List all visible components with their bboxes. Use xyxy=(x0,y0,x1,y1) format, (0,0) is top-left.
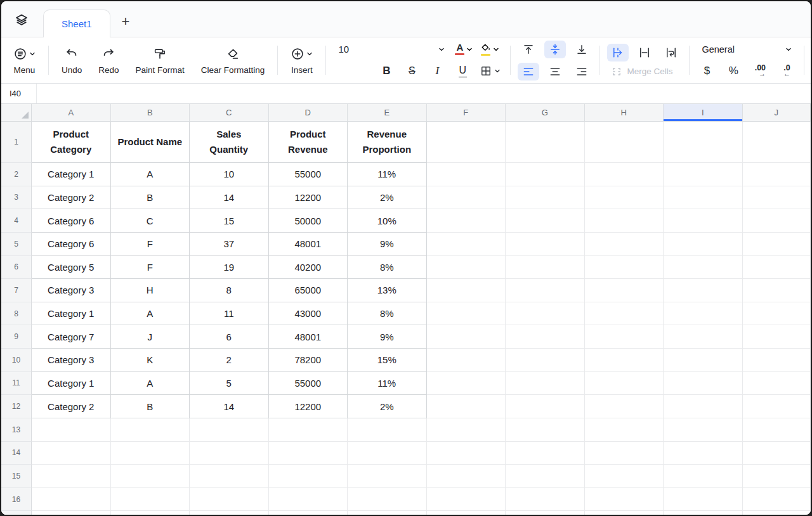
borders-button[interactable] xyxy=(477,62,503,80)
number-format-dropdown[interactable]: General xyxy=(697,41,797,58)
clear-formatting-button[interactable]: Clear Formatting xyxy=(193,40,273,81)
cell-G10[interactable] xyxy=(506,349,585,372)
currency-format-button[interactable]: $ xyxy=(698,62,716,80)
column-header-J[interactable]: J xyxy=(743,104,811,122)
cell-H5[interactable] xyxy=(585,233,664,256)
row-header-4[interactable]: 4 xyxy=(1,209,32,233)
cell-B15[interactable] xyxy=(111,465,190,488)
cell-J5[interactable] xyxy=(743,233,811,256)
underline-button[interactable]: U xyxy=(452,62,473,80)
align-left-button[interactable] xyxy=(518,63,539,81)
italic-button[interactable]: I xyxy=(426,62,448,80)
cell-C3[interactable]: 14 xyxy=(190,186,269,210)
cell-H1[interactable] xyxy=(585,122,664,163)
row-header-8[interactable]: 8 xyxy=(1,302,32,326)
cell-C7[interactable]: 8 xyxy=(190,279,269,302)
cell-E11[interactable]: 11% xyxy=(348,372,427,396)
cell-D15[interactable] xyxy=(269,465,348,488)
cell-G12[interactable] xyxy=(506,395,585,418)
cell-F14[interactable] xyxy=(427,442,506,465)
cell-F10[interactable] xyxy=(427,349,506,372)
cell-C2[interactable]: 10 xyxy=(190,163,269,186)
cell-F3[interactable] xyxy=(427,186,506,210)
column-header-A[interactable]: A xyxy=(32,104,111,122)
cell-D9[interactable]: 48001 xyxy=(269,325,348,349)
undo-button[interactable]: Undo xyxy=(53,40,90,81)
cell-E3[interactable]: 2% xyxy=(348,186,427,210)
cell-J7[interactable] xyxy=(743,279,811,302)
cell-E15[interactable] xyxy=(348,465,427,488)
cell-A17[interactable] xyxy=(32,511,111,515)
row-header-17[interactable]: 17 xyxy=(1,511,32,515)
cell-H17[interactable] xyxy=(585,511,664,515)
cell-I2[interactable] xyxy=(664,163,743,186)
cell-F2[interactable] xyxy=(427,163,506,186)
cell-J13[interactable] xyxy=(743,418,811,442)
cell-J17[interactable] xyxy=(743,511,811,515)
cell-C13[interactable] xyxy=(190,418,269,442)
cell-A6[interactable]: Category 5 xyxy=(32,256,111,280)
cell-J2[interactable] xyxy=(743,163,811,186)
cell-I7[interactable] xyxy=(664,279,743,302)
row-header-6[interactable]: 6 xyxy=(1,256,32,280)
column-header-F[interactable]: F xyxy=(427,104,506,122)
cell-E17[interactable] xyxy=(348,511,427,515)
cell-H10[interactable] xyxy=(585,349,664,372)
row-header-2[interactable]: 2 xyxy=(1,163,32,186)
cell-G17[interactable] xyxy=(506,511,585,515)
cell-A15[interactable] xyxy=(32,465,111,488)
cell-B7[interactable]: H xyxy=(111,279,190,302)
cell-A4[interactable]: Category 6 xyxy=(32,209,111,233)
cell-F13[interactable] xyxy=(427,418,506,442)
cell-J6[interactable] xyxy=(743,256,811,280)
cell-G6[interactable] xyxy=(506,256,585,280)
align-vertical-center-button[interactable] xyxy=(544,41,566,58)
cell-B14[interactable] xyxy=(111,442,190,465)
select-all-corner[interactable] xyxy=(1,104,32,122)
cell-F11[interactable] xyxy=(427,372,506,396)
cell-C12[interactable]: 14 xyxy=(190,395,269,418)
cell-A5[interactable]: Category 6 xyxy=(32,233,111,256)
cell-D4[interactable]: 50000 xyxy=(269,209,348,233)
cell-F4[interactable] xyxy=(427,209,506,233)
align-center-button[interactable] xyxy=(544,63,566,81)
cell-B9[interactable]: J xyxy=(111,325,190,349)
percent-format-button[interactable]: % xyxy=(724,62,742,80)
cell-C10[interactable]: 2 xyxy=(190,349,269,372)
cell-D7[interactable]: 65000 xyxy=(269,279,348,302)
cell-A11[interactable]: Category 1 xyxy=(32,372,111,396)
cell-H15[interactable] xyxy=(585,465,664,488)
app-logo-button[interactable] xyxy=(11,10,32,30)
cell-D5[interactable]: 48001 xyxy=(269,233,348,256)
cell-C11[interactable]: 5 xyxy=(190,372,269,396)
cell-I9[interactable] xyxy=(664,325,743,349)
cell-F9[interactable] xyxy=(427,325,506,349)
cell-B12[interactable]: B xyxy=(111,395,190,418)
cell-C14[interactable] xyxy=(190,442,269,465)
redo-button[interactable]: Redo xyxy=(90,40,127,81)
bold-button[interactable]: B xyxy=(376,62,397,80)
cell-B3[interactable]: B xyxy=(111,186,190,210)
cell-J8[interactable] xyxy=(743,302,811,326)
align-bottom-button[interactable] xyxy=(571,41,593,58)
cell-A9[interactable]: Category 7 xyxy=(32,325,111,349)
cell-E2[interactable]: 11% xyxy=(348,163,427,186)
cell-I3[interactable] xyxy=(664,186,743,210)
row-header-9[interactable]: 9 xyxy=(1,325,32,349)
align-top-button[interactable] xyxy=(518,41,539,58)
cell-H6[interactable] xyxy=(585,256,664,280)
align-right-button[interactable] xyxy=(571,63,593,81)
row-header-14[interactable]: 14 xyxy=(1,442,32,465)
cell-J15[interactable] xyxy=(743,465,811,488)
cell-E7[interactable]: 13% xyxy=(348,279,427,302)
cell-J16[interactable] xyxy=(743,488,811,512)
cell-J3[interactable] xyxy=(743,186,811,210)
cell-J12[interactable] xyxy=(743,395,811,418)
tab-sheet1[interactable]: Sheet1 xyxy=(43,10,110,37)
cell-B2[interactable]: A xyxy=(111,163,190,186)
row-header-15[interactable]: 15 xyxy=(1,465,32,488)
cell-I10[interactable] xyxy=(664,349,743,372)
cell-G7[interactable] xyxy=(506,279,585,302)
cell-G13[interactable] xyxy=(506,418,585,442)
cell-C5[interactable]: 37 xyxy=(190,233,269,256)
